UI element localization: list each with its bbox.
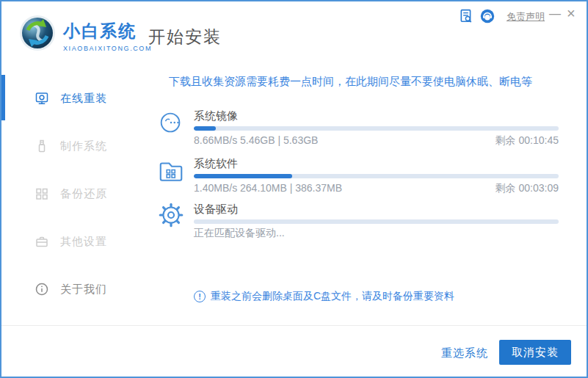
sidebar-item-label: 在线重装 — [60, 92, 107, 106]
footer-divider — [1, 325, 587, 326]
brand-text: 小白系统 XIAOBAIXITONG.COM — [63, 20, 152, 52]
backup-restore-icon — [35, 186, 49, 201]
task-speed-size: 1.40MB/s 264.10MB | 386.37MB — [194, 182, 342, 195]
reselect-system-button[interactable]: 重选系统 — [441, 346, 488, 360]
task-stats-row: 8.66MB/s 5.46GB | 5.63GB 剩余 00:10:45 — [194, 134, 559, 148]
sidebar-item-backup-restore[interactable]: 备份还原 — [1, 183, 148, 205]
face-icon — [157, 109, 185, 137]
page-title: 开始安装 — [148, 26, 222, 48]
task-progressbar — [194, 126, 559, 131]
sidebar-item-about-us[interactable]: 关于我们 — [1, 278, 148, 300]
sidebar-item-make-system[interactable]: 制作系统 — [1, 135, 148, 157]
customer-service-icon[interactable] — [480, 9, 495, 23]
online-reinstall-icon — [35, 91, 49, 106]
sidebar-item-label: 关于我们 — [60, 283, 107, 297]
document-search-icon[interactable] — [459, 9, 473, 23]
about-us-icon — [35, 282, 49, 297]
task-progressbar — [194, 174, 559, 178]
sidebar-item-online-reinstall[interactable]: 在线重装 — [1, 87, 148, 109]
folder-icon — [157, 156, 185, 184]
other-settings-icon — [35, 234, 49, 249]
brand-logo-icon — [19, 15, 56, 51]
task-remaining-time: 剩余 00:03:09 — [496, 182, 559, 195]
task-stats-row: 1.40MB/s 264.10MB | 386.37MB 剩余 00:03:09 — [194, 182, 559, 195]
task-progressbar — [194, 219, 559, 224]
brand-name: 小白系统 — [63, 20, 152, 43]
task-progress-fill — [194, 126, 216, 131]
close-button[interactable]: × — [567, 5, 576, 22]
sidebar-item-label: 备份还原 — [60, 187, 107, 201]
sidebar-item-other-settings[interactable]: 其他设置 — [1, 230, 148, 252]
sidebar-item-label: 其他设置 — [60, 235, 107, 249]
app-window: 小白系统 XIAOBAIXITONG.COM 开始安装 免责声明 — × 在线重… — [0, 0, 588, 378]
task-status-text: 正在匹配设备驱动... — [194, 227, 285, 240]
sidebar-item-label: 制作系统 — [60, 139, 107, 153]
exclamation-circle-icon — [194, 291, 206, 302]
usb-make-system-icon — [35, 139, 49, 153]
task-remaining-time: 剩余 00:10:45 — [496, 134, 559, 148]
task-stats-row: 正在匹配设备驱动... — [194, 227, 559, 240]
backup-warning-text: 重装之前会删除桌面及C盘文件，请及时备份重要资料 — [211, 290, 454, 303]
task-progress-fill — [194, 174, 292, 178]
download-notice: 下载且收集资源需要耗费一点时间，在此期间尽量不要使电脑休眠、断电等 — [169, 75, 580, 89]
gear-icon — [157, 201, 185, 229]
task-speed-size: 8.66MB/s 5.46GB | 5.63GB — [194, 134, 318, 148]
cancel-install-button[interactable]: 取消安装 — [499, 340, 571, 365]
brand-subtitle: XIAOBAIXITONG.COM — [63, 45, 152, 52]
disclaimer-link[interactable]: 免责声明 — [507, 10, 545, 23]
task-title: 设备驱动 — [194, 203, 238, 217]
backup-warning-note: 重装之前会删除桌面及C盘文件，请及时备份重要资料 — [194, 290, 454, 303]
minimize-button[interactable]: — — [549, 7, 561, 21]
task-title: 系统镜像 — [194, 109, 238, 123]
task-title: 系统软件 — [194, 157, 238, 171]
